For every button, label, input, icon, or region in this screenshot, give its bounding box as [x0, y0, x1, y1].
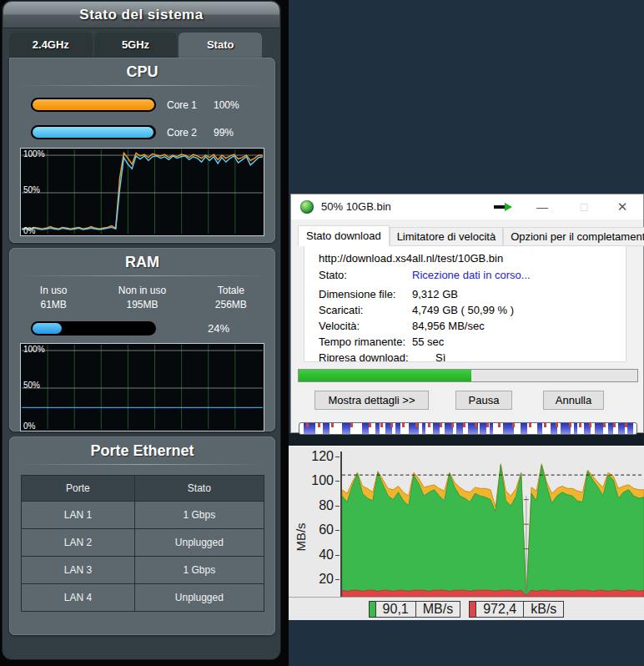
col-porte: Porte — [21, 476, 135, 502]
detail-row: Tempo rimanente: 55 sec — [319, 334, 626, 350]
ram-chart-label-100: 100% — [23, 345, 45, 354]
ram-section: RAM In uso 61MB Non in uso 195MB Totale … — [9, 248, 275, 431]
tab-limitatore[interactable]: Limitatore di velocità — [390, 227, 504, 246]
status-label: Stato: — [319, 267, 412, 283]
divider — [18, 275, 267, 276]
ram-stat-total-value: 256MB — [187, 298, 275, 312]
download-url: http://download.xs4all.nl/test/10GB.bin — [319, 251, 626, 265]
core1-fill — [33, 99, 154, 110]
idm-app-icon — [300, 200, 314, 214]
table-row: LAN 2 Unplugged — [21, 529, 264, 557]
ytick-60: 60 — [297, 522, 334, 537]
cpu-section: CPU Core 1 100% Core 2 99% 100% 50% 0% — [9, 58, 275, 243]
ytick-20: 20 — [297, 572, 334, 587]
tab-stato-download[interactable]: Stato download — [298, 225, 390, 246]
cpu-section-title: CPU — [9, 63, 275, 81]
green-arrow-icon — [494, 203, 514, 211]
ytick-120: 120 — [297, 449, 334, 464]
ytick-80: 80 — [297, 498, 334, 513]
ram-chart-label-0: 0% — [23, 421, 35, 431]
tab-5ghz[interactable]: 5GHz — [94, 33, 178, 58]
ytick-100: 100 — [297, 473, 334, 488]
download-info-box: http://download.xs4all.nl/test/10GB.bin … — [304, 245, 626, 362]
speed-readout: 90,1 MB/s 972,4 kB/s — [289, 597, 644, 620]
ram-stat-free-label: Non in uso — [98, 284, 186, 298]
core1-row: Core 1 100% — [31, 98, 275, 112]
ram-stat-used-label: In uso — [9, 284, 98, 298]
ram-stat-used: In uso 61MB — [9, 284, 98, 312]
download-window: 50% 10GB.bin — □ ✕ Stato download Limita… — [290, 194, 644, 433]
minimize-button[interactable]: — — [530, 194, 555, 219]
core2-value: 99% — [214, 127, 234, 139]
tab-opzioni[interactable]: Opzioni per il completamento — [503, 227, 644, 246]
status-row: Stato: Ricezione dati in corso... — [319, 267, 626, 283]
ytick-40: 40 — [297, 547, 334, 563]
maximize-button[interactable]: □ — [571, 194, 596, 219]
upload-readout: 972,4 kB/s — [469, 601, 564, 618]
port-status: 1 Gbps — [135, 502, 264, 529]
cpu-chart-label-50: 50% — [23, 185, 40, 194]
divider — [18, 464, 267, 465]
download-tabs: Stato download Limitatore di velocità Op… — [298, 225, 644, 245]
port-name: LAN 4 — [21, 584, 135, 612]
desktop-area: 50% 10GB.bin — □ ✕ Stato download Limita… — [289, 0, 644, 666]
close-button[interactable]: ✕ — [610, 194, 635, 219]
router-status-panel: Stato del sistema 2.4GHz 5GHz Stato CPU … — [2, 0, 281, 660]
speed-chart-plot — [340, 452, 644, 597]
core2-label: Core 2 — [167, 127, 205, 139]
ram-stat-used-value: 61MB — [9, 298, 98, 312]
detail-row: Ripresa download: Sì — [319, 350, 626, 362]
port-name: LAN 3 — [21, 557, 135, 584]
speed-graph-panel: MB/s 120 100 80 60 40 20 90,1 MB/s — [289, 446, 644, 619]
cpu-chart-label-100: 100% — [23, 149, 45, 159]
port-status: Unplugged — [135, 529, 264, 557]
core1-label: Core 1 — [167, 99, 205, 111]
detail-row: Dimensione file: 9,312 GB — [319, 286, 626, 302]
download-speed-unit: MB/s — [415, 601, 460, 618]
tab-24ghz[interactable]: 2.4GHz — [9, 33, 93, 58]
table-row: LAN 1 1 Gbps — [21, 502, 264, 529]
upload-speed-value: 972,4 — [475, 601, 524, 618]
pause-button[interactable]: Pausa — [455, 391, 512, 410]
ram-percent: 24% — [208, 322, 229, 335]
ram-bar — [31, 321, 156, 336]
ethernet-section-title: Porte Ethernet — [9, 442, 275, 460]
port-status: Unplugged — [135, 584, 264, 612]
show-details-button[interactable]: Mostra dettagli >> — [314, 391, 429, 410]
divider — [18, 85, 267, 86]
ram-stats: In uso 61MB Non in uso 195MB Totale 256M… — [9, 284, 275, 312]
port-status: 1 Gbps — [135, 557, 264, 584]
ram-fill — [33, 323, 62, 334]
detail-row: Velocità: 84,956 MB/sec — [319, 318, 626, 334]
core1-bar — [31, 98, 156, 112]
ethernet-table: Porte Stato LAN 1 1 Gbps LAN 2 Unplugged… — [21, 475, 264, 612]
ram-stat-free-value: 195MB — [98, 298, 186, 312]
ram-section-title: RAM — [9, 254, 275, 271]
core2-fill — [33, 127, 153, 138]
titlebar: 50% 10GB.bin — □ ✕ — [291, 194, 643, 219]
chunk-progress-bar — [299, 422, 637, 435]
cancel-button[interactable]: Annulla — [543, 391, 604, 410]
ram-bar-row: 24% — [31, 321, 275, 336]
cpu-usage-chart: 100% 50% 0% — [20, 148, 264, 236]
col-stato: Stato — [135, 476, 264, 502]
ram-usage-chart: 100% 50% 0% — [20, 343, 264, 431]
ram-stat-free: Non in uso 195MB — [98, 284, 186, 312]
cpu-chart-label-0: 0% — [23, 226, 35, 235]
download-speed-value: 90,1 — [375, 601, 416, 618]
window-gap — [289, 433, 644, 446]
table-row: LAN 4 Unplugged — [21, 584, 264, 612]
core1-value: 100% — [214, 99, 239, 111]
download-progress-bar — [298, 369, 638, 382]
download-readout: 90,1 MB/s — [369, 601, 461, 618]
table-row: LAN 3 1 Gbps — [21, 557, 264, 584]
ram-stat-total: Totale 256MB — [187, 284, 275, 312]
download-details: Dimensione file: 9,312 GB Scaricati: 4,7… — [319, 286, 626, 362]
screen: Stato del sistema 2.4GHz 5GHz Stato CPU … — [0, 0, 644, 666]
tab-stato[interactable]: Stato — [179, 33, 262, 58]
core2-bar — [31, 125, 156, 139]
port-name: LAN 1 — [21, 502, 135, 529]
status-value[interactable]: Ricezione dati in corso... — [412, 267, 531, 283]
panel-title: Stato del sistema — [3, 2, 279, 28]
ram-chart-label-50: 50% — [23, 381, 40, 390]
